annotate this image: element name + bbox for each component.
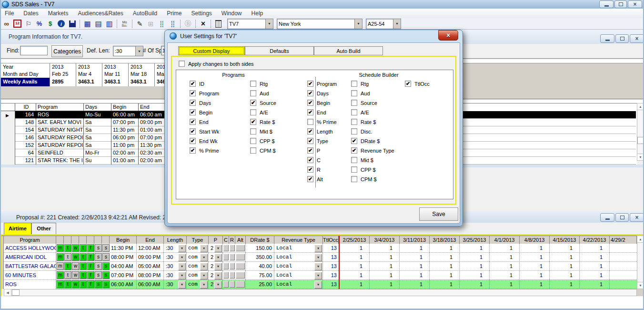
save-icon[interactable] — [67, 19, 77, 29]
settings-checkbox[interactable]: End Wk — [190, 138, 219, 144]
day-fri[interactable]: f — [87, 262, 94, 270]
day-fri[interactable]: f — [87, 244, 94, 252]
settings-checkbox[interactable]: A/E — [250, 109, 276, 115]
col-date[interactable]: 2/25/2013 — [340, 236, 370, 244]
settings-checkbox[interactable]: Program — [307, 81, 337, 87]
settings-checkbox[interactable]: A/E — [351, 109, 394, 115]
chevron-down-icon[interactable] — [214, 281, 222, 289]
day-sat[interactable]: s — [95, 280, 102, 288]
chevron-down-icon[interactable] — [178, 263, 186, 270]
settings-checkbox[interactable]: Alt — [307, 176, 337, 182]
col-alt[interactable]: Alt — [235, 236, 246, 244]
schedule-row[interactable]: AMERICAN IDOL m t w t f s s 08:00 PM 09:… — [0, 253, 637, 262]
col-length[interactable]: Length — [164, 236, 187, 244]
col-end[interactable]: End — [137, 236, 164, 244]
settings-checkbox[interactable]: Mkt $ — [351, 157, 394, 163]
dots-grid-icon[interactable]: ⣿ — [157, 19, 167, 29]
day-wed[interactable]: w — [72, 262, 79, 270]
settings-checkbox[interactable]: ID — [190, 81, 219, 87]
day-mon[interactable]: m — [57, 253, 64, 261]
menu-autobuild[interactable]: AutoBuild — [128, 10, 162, 17]
day-wed[interactable]: w — [72, 280, 79, 288]
chevron-down-icon[interactable] — [178, 245, 186, 252]
trash-icon[interactable] — [213, 19, 223, 29]
settings-checkbox[interactable]: Source — [351, 100, 394, 106]
chevron-down-icon[interactable] — [178, 272, 186, 279]
def-len-combo[interactable]: :30 — [113, 46, 143, 56]
col-c[interactable]: C — [223, 236, 229, 244]
chevron-down-icon[interactable] — [314, 245, 322, 252]
day-thu[interactable]: t — [80, 244, 87, 252]
chevron-down-icon[interactable] — [178, 281, 186, 289]
settings-checkbox[interactable]: End — [190, 119, 219, 125]
station-combo[interactable]: TV7 — [227, 19, 273, 29]
settings-checkbox[interactable]: Type — [307, 138, 337, 144]
chevron-down-icon[interactable] — [214, 245, 222, 252]
col-begin[interactable]: Begin — [110, 236, 137, 244]
col-date[interactable]: 3/25/2013 — [460, 236, 490, 244]
settings-checkbox[interactable]: Length — [307, 128, 337, 134]
schedule-row[interactable]: 60 MINUTES m t w t f s s 07:00 PM 08:00 … — [0, 271, 637, 280]
menu-window[interactable]: Window — [217, 10, 247, 17]
menu-settings[interactable]: Settings — [187, 10, 217, 17]
col-date[interactable]: 4/15/2013 — [550, 236, 580, 244]
day-sun[interactable]: s — [102, 271, 110, 279]
day-sun[interactable]: s — [102, 280, 110, 288]
col-p[interactable]: P — [209, 236, 223, 244]
checkbox-box[interactable] — [179, 61, 185, 67]
close-button[interactable] — [628, 0, 642, 8]
chevron-down-icon[interactable] — [393, 19, 401, 29]
chevron-down-icon[interactable] — [265, 19, 273, 29]
day-mon[interactable]: m — [57, 271, 64, 279]
categories-button[interactable]: Categories — [51, 45, 83, 57]
day-tue[interactable]: t — [64, 253, 71, 261]
day-sat[interactable]: s — [95, 244, 102, 252]
col-program[interactable]: Program — [4, 236, 56, 244]
settings-checkbox[interactable]: P — [307, 147, 337, 154]
settings-checkbox[interactable]: Begin — [307, 100, 337, 106]
mo-su-sort-icon[interactable]: Mo Su↓ — [120, 19, 130, 29]
chevron-down-icon[interactable] — [214, 263, 222, 270]
col-ttlocc[interactable]: TtlOcc — [323, 236, 339, 244]
settings-checkbox[interactable]: Mkt $ — [250, 128, 276, 134]
menu-audiences-rates[interactable]: Audiences&Rates — [73, 10, 128, 17]
day-wed[interactable]: w — [72, 253, 79, 261]
tab-airtime[interactable]: Airtime — [4, 223, 31, 234]
day-fri[interactable]: f — [87, 280, 94, 288]
col-date[interactable]: 3/4/2013 — [370, 236, 400, 244]
day-tue[interactable]: t — [64, 244, 71, 252]
scrollbar-thumb[interactable] — [12, 289, 20, 296]
dollar-rates-icon[interactable]: $ — [45, 19, 55, 29]
col-date[interactable]: 4/8/2013 — [520, 236, 550, 244]
day-thu[interactable]: t — [80, 271, 87, 279]
day-tue[interactable]: t — [64, 271, 71, 279]
dots-grid-arrow-icon[interactable]: ⣿ — [168, 19, 178, 29]
scroll-left-icon[interactable]: ◀ — [4, 289, 11, 296]
day-sun[interactable]: s — [102, 253, 110, 261]
settings-checkbox[interactable]: Rtg — [250, 81, 276, 87]
col-date[interactable]: 3/11/2013 — [400, 236, 430, 244]
dates-calendar-icon[interactable]: 12 — [12, 19, 22, 29]
child-minimize-button[interactable] — [600, 34, 614, 43]
settings-checkbox[interactable]: Aud — [351, 90, 394, 96]
child-restore-button[interactable] — [615, 34, 629, 43]
settings-checkbox[interactable]: Rtg — [351, 81, 394, 87]
detail-view-icon[interactable]: ▥ — [104, 19, 114, 29]
tab-custom-display[interactable]: Custom Display — [178, 46, 245, 55]
day-tue[interactable]: t — [64, 280, 71, 288]
day-mon[interactable]: m — [57, 262, 64, 270]
day-thu[interactable]: t — [80, 280, 87, 288]
col-header-days[interactable]: Days — [84, 103, 111, 111]
menu-dates[interactable]: Dates — [19, 10, 43, 17]
chevron-down-icon[interactable] — [314, 254, 322, 261]
col-revenue[interactable]: Revenue Type — [274, 236, 323, 244]
info-icon[interactable]: i — [56, 19, 66, 29]
settings-checkbox[interactable]: Rate $ — [351, 119, 394, 125]
col-header-begin[interactable]: Begin — [111, 103, 139, 111]
save-button[interactable]: Save — [419, 207, 458, 221]
schedule-row[interactable]: BATTLESTAR GALACTIC m t w t f s s 04:00 … — [0, 262, 637, 271]
day-sat[interactable]: s — [95, 271, 102, 279]
chevron-down-icon[interactable] — [200, 263, 208, 270]
settings-checkbox[interactable]: End — [307, 109, 337, 115]
day-tue[interactable]: t — [64, 262, 71, 270]
